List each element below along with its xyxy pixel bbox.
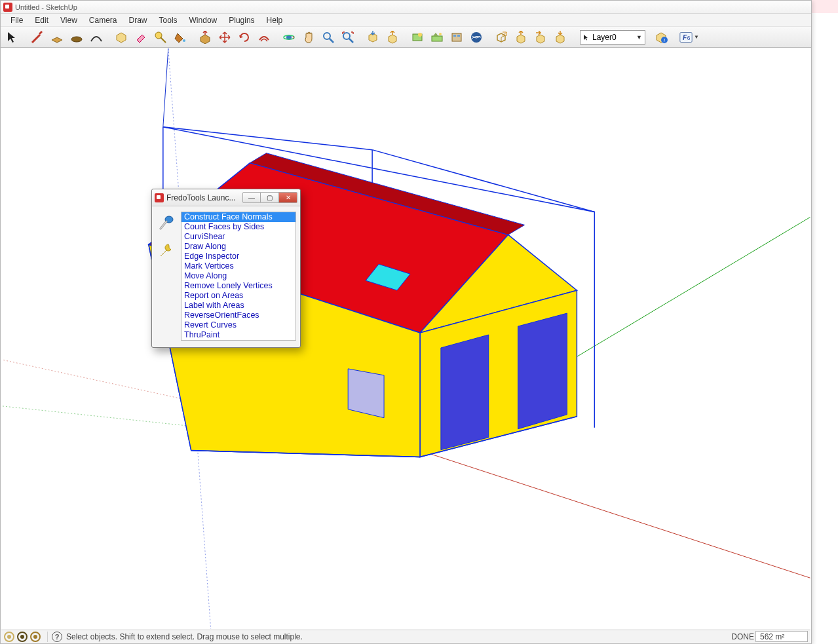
model-info-tool[interactable]: i — [652, 29, 670, 46]
menu-window[interactable]: Window — [183, 14, 223, 26]
dialog-side-tools — [156, 212, 177, 341]
status-bar: ? Select objects. Shift to extend select… — [1, 630, 810, 643]
move-tool[interactable] — [216, 29, 234, 46]
menu-help[interactable]: Help — [261, 14, 289, 26]
menu-draw[interactable]: Draw — [123, 14, 153, 26]
line-tool[interactable] — [28, 29, 47, 46]
menu-bar: File Edit View Camera Draw Tools Window … — [1, 14, 811, 27]
make-component-tool[interactable] — [112, 29, 130, 46]
fredo6-dropdown-icon[interactable]: ▼ — [694, 34, 699, 40]
import-1-tool[interactable] — [512, 29, 530, 46]
tool-list-item[interactable]: ThruPaint — [181, 330, 295, 340]
menu-edit[interactable]: Edit — [29, 14, 54, 26]
svg-text:i: i — [664, 37, 665, 43]
dialog-maximize-button[interactable]: ▢ — [261, 192, 279, 203]
layer-selector[interactable]: Layer0 ▼ — [580, 30, 645, 45]
get-models-tool[interactable] — [364, 29, 382, 46]
tool-list-item[interactable]: Report on Areas — [181, 291, 295, 301]
tool-list-item[interactable]: Label with Areas — [181, 301, 295, 311]
dialog-title: FredoTools Launc... — [166, 193, 235, 202]
circle-tool[interactable] — [67, 29, 86, 46]
zoom-tool[interactable] — [319, 29, 337, 46]
status-done-label: DONE — [731, 632, 754, 641]
help-icon[interactable]: ? — [52, 632, 62, 642]
zoom-extents-tool[interactable] — [339, 29, 357, 46]
fredo6-tool[interactable]: F6 — [677, 29, 695, 46]
menu-view[interactable]: View — [54, 14, 83, 26]
claim-credit-icon[interactable] — [30, 632, 41, 642]
tool-list-item[interactable]: CurviShear — [181, 232, 295, 242]
svg-marker-36 — [441, 335, 489, 450]
svg-marker-38 — [348, 369, 384, 418]
orbit-tool[interactable] — [280, 29, 298, 46]
import-3-tool[interactable] — [551, 29, 569, 46]
tool-list-item[interactable]: Mark Vertices — [181, 261, 295, 271]
svg-point-0 — [71, 37, 82, 42]
viewport[interactable] — [1, 48, 810, 629]
pin-icon[interactable] — [158, 214, 175, 234]
geolocation-icon[interactable] — [4, 632, 14, 642]
import-2-tool[interactable] — [531, 29, 550, 46]
rectangle-tool[interactable] — [48, 29, 66, 46]
svg-point-5 — [324, 33, 330, 39]
toggle-terrain-tool[interactable] — [428, 29, 446, 46]
svg-rect-13 — [457, 35, 460, 37]
svg-point-6 — [343, 33, 350, 39]
svg-point-14 — [471, 32, 482, 43]
arc-tool[interactable] — [87, 29, 105, 46]
window-title: Untitled - SketchUp — [15, 3, 77, 11]
svg-rect-9 — [432, 36, 442, 41]
svg-marker-37 — [518, 313, 567, 429]
app-icon — [3, 3, 12, 12]
svg-point-8 — [418, 33, 422, 37]
eraser-tool[interactable] — [132, 29, 150, 46]
svg-point-2 — [183, 39, 185, 42]
tool-list-item[interactable]: ReverseOrientFaces — [181, 311, 295, 320]
preview-ge-tool[interactable] — [467, 29, 486, 46]
select-tool[interactable] — [3, 29, 22, 46]
tool-list-item[interactable]: Count Faces by Sides — [181, 222, 295, 232]
dialog-close-button[interactable]: ✕ — [279, 192, 297, 203]
tool-list-item[interactable]: Remove Lonely Vertices — [181, 281, 295, 291]
wrench-icon[interactable] — [158, 242, 175, 261]
export-tool[interactable] — [492, 29, 510, 46]
share-model-tool[interactable] — [383, 29, 402, 46]
scene-svg — [1, 48, 810, 629]
pan-tool[interactable] — [299, 29, 318, 46]
dialog-tool-list[interactable]: Construct Face NormalsCount Faces by Sid… — [181, 212, 296, 341]
menu-file[interactable]: File — [5, 14, 29, 26]
tool-list-item[interactable]: Edge Inspector — [181, 252, 295, 261]
svg-line-22 — [420, 451, 810, 578]
status-hint: Select objects. Shift to extend select. … — [66, 632, 303, 641]
credits-icon[interactable] — [17, 632, 28, 642]
measurements-box[interactable]: 562 m² — [755, 631, 808, 642]
pushpull-tool[interactable] — [196, 29, 214, 46]
rotate-tool[interactable] — [235, 29, 254, 46]
tool-list-item[interactable]: Construct Face Normals — [181, 212, 295, 222]
offset-tool[interactable] — [255, 29, 273, 46]
tape-measure-tool[interactable] — [151, 29, 170, 46]
photo-textures-tool[interactable] — [448, 29, 466, 46]
add-location-tool[interactable] — [408, 29, 427, 46]
tool-list-item[interactable]: Draw Along — [181, 242, 295, 252]
dialog-minimize-button[interactable]: — — [242, 192, 261, 203]
paint-bucket-tool[interactable] — [171, 29, 189, 46]
tool-list-item[interactable]: Move Along — [181, 271, 295, 281]
svg-rect-12 — [453, 35, 456, 37]
main-toolbar: Layer0 ▼ i F6 ▼ — [1, 27, 811, 48]
svg-point-10 — [439, 33, 442, 35]
titlebar: Untitled - SketchUp — [1, 1, 811, 14]
menu-camera[interactable]: Camera — [83, 14, 123, 26]
fredotools-launcher-dialog: FredoTools Launc... — ▢ ✕ Construct Face… — [151, 189, 301, 348]
dialog-app-icon — [155, 193, 164, 202]
tool-list-item[interactable]: Revert Curves — [181, 320, 295, 330]
svg-text:6: 6 — [687, 35, 691, 41]
dropdown-icon: ▼ — [636, 34, 642, 41]
svg-line-27 — [163, 127, 372, 150]
menu-plugins[interactable]: Plugins — [223, 14, 260, 26]
app-window: Untitled - SketchUp File Edit View Camer… — [0, 0, 812, 644]
dialog-titlebar[interactable]: FredoTools Launc... — ▢ ✕ — [152, 189, 300, 206]
menu-tools[interactable]: Tools — [153, 14, 183, 26]
svg-line-25 — [163, 48, 168, 127]
layer-current: Layer0 — [592, 33, 617, 42]
